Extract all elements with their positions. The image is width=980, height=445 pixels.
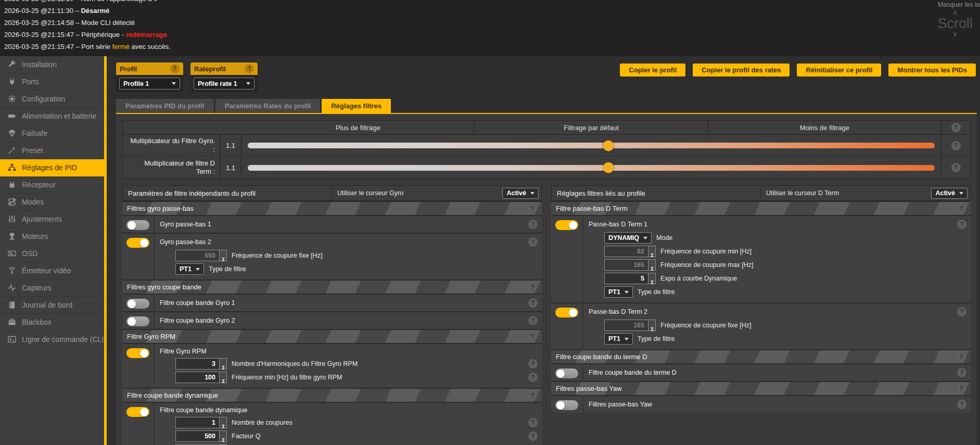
help-icon[interactable]: ?	[957, 368, 966, 377]
slider-thumb[interactable]	[603, 140, 614, 151]
help-icon[interactable]: ?	[528, 373, 538, 382]
copy-rateprofile-button[interactable]: Copier le profil des rates	[693, 63, 790, 77]
gyro-lowpass-1-toggle[interactable]	[126, 220, 149, 230]
number-spinner[interactable]	[219, 417, 227, 428]
sidebar-item-cli[interactable]: Ligne de commande (CLI)	[0, 331, 104, 348]
sidebar-item-sensors[interactable]: Capteurs	[0, 279, 104, 297]
sidebar-item-blackbox[interactable]: Blackbox	[0, 314, 104, 331]
help-icon[interactable]: ?	[957, 352, 966, 362]
sidebar-item-modes[interactable]: Modes	[0, 194, 104, 211]
help-icon[interactable]: ?	[957, 204, 966, 213]
number-spinner[interactable]	[219, 358, 227, 370]
hide-logs-button[interactable]: Masquer les lo	[938, 1, 980, 8]
sidebar-item-pid-tuning[interactable]: Réglages de PID	[0, 159, 104, 176]
sidebar-item-adjustments[interactable]: Ajustements	[0, 211, 104, 228]
slider-link-label: Utiliser le curseur Gyro	[332, 189, 502, 197]
dterm-lowpass-1-toggle[interactable]	[555, 220, 578, 230]
profile-select[interactable]: Profile 1	[119, 78, 180, 90]
dynamic-notch-q-input[interactable]	[175, 430, 219, 442]
number-spinner[interactable]	[219, 250, 227, 261]
sidebar-item-logging[interactable]: Journal de bord	[0, 297, 104, 314]
help-icon[interactable]: ?	[528, 431, 538, 441]
tab-rate-settings[interactable]: Paramètres Rates du profil	[215, 99, 320, 113]
sidebar-item-preset[interactable]: Preset	[0, 142, 104, 159]
tab-filter-settings[interactable]: Réglages filtres	[322, 99, 391, 113]
dterm-lowpass1-type[interactable]: PT1	[604, 286, 633, 298]
help-icon[interactable]: ?	[528, 391, 537, 400]
dterm-lowpass2-type[interactable]: PT1	[604, 333, 633, 345]
number-spinner[interactable]	[648, 246, 656, 257]
help-icon[interactable]: ?	[528, 359, 538, 368]
dynamic-notch-toggle[interactable]	[126, 407, 149, 417]
sidebar-item-label: OSD	[22, 249, 37, 258]
chevron-up-icon[interactable]: ∧	[952, 10, 958, 16]
gyro-notch-1-toggle[interactable]	[126, 299, 149, 309]
sidebar-item-configuration[interactable]: Configuration	[0, 91, 104, 108]
filter-row-yaw-lowpass: Filtres passe-bas Yaw?	[551, 395, 971, 413]
tab-pid-settings[interactable]: Paramètres PID du profil	[116, 99, 214, 113]
number-spinner[interactable]	[219, 430, 227, 442]
help-icon[interactable]: ?	[957, 220, 966, 229]
help-icon[interactable]: ?	[245, 64, 254, 73]
rateprofile-select[interactable]: Profile rate 1	[194, 78, 254, 90]
log-scroll-widget[interactable]: ∧ Scroll ∨	[937, 10, 973, 37]
number-spinner[interactable]	[219, 372, 227, 383]
dterm-lowpass2-cutoff-input	[604, 320, 648, 331]
help-icon[interactable]: ?	[957, 384, 966, 393]
sidebar-item-label: Ajustements	[22, 215, 62, 223]
slider-thumb[interactable]	[603, 162, 614, 173]
copy-profile-button[interactable]: Copier le profil	[620, 63, 685, 77]
log-entry: 2026-03-25 @21:11:10 – Nom de l'appareil…	[4, 0, 980, 5]
gyro-lowpass-2-toggle[interactable]	[126, 238, 149, 248]
sidebar-item-setup[interactable]: Installation	[0, 56, 104, 73]
dterm-lowpass1-mode[interactable]: DYNAMIQ	[604, 232, 652, 244]
gyro-notch-2-toggle[interactable]	[126, 316, 149, 326]
show-all-pids-button[interactable]: Montrer tous les PIDs	[888, 63, 976, 77]
help-icon[interactable]: ?	[528, 316, 538, 325]
dterm-lowpass-2-toggle[interactable]	[555, 308, 578, 317]
slider-enabled-select[interactable]: Activé	[931, 188, 968, 199]
help-icon[interactable]: ?	[528, 298, 538, 308]
rpm-harmonics-input[interactable]	[175, 358, 219, 370]
sidebar-item-power-battery[interactable]: Alimentation et batterie	[0, 108, 104, 125]
dterm-lowpass1-expo-input[interactable]	[604, 273, 648, 284]
help-icon[interactable]: ?	[951, 163, 961, 172]
help-icon[interactable]: ?	[528, 220, 538, 229]
filter-row-dterm-lowpass-1: Passe-bas D Term 1?DYNAMIQModeFréquence …	[551, 215, 971, 302]
rpm-filter-toggle[interactable]	[126, 348, 149, 358]
sidebar-item-video-transmitter[interactable]: Émetteur vidéo	[0, 262, 104, 279]
sidebar-item-osd[interactable]: OSD	[0, 245, 104, 262]
control-label: Fréquence de coupure min [Hz]	[660, 248, 752, 255]
help-icon[interactable]: ?	[528, 283, 537, 292]
help-icon[interactable]: ?	[951, 141, 961, 150]
help-icon[interactable]: ?	[528, 237, 538, 247]
help-icon[interactable]: ?	[951, 123, 961, 132]
rpm-min-frequency-input[interactable]	[175, 372, 219, 383]
sidebar-item-motors[interactable]: Moteurs	[0, 228, 104, 245]
sidebar-item-ports[interactable]: Ports	[0, 73, 104, 91]
reset-profile-button[interactable]: Réinitialiser ce profil	[797, 63, 881, 77]
help-icon[interactable]: ?	[528, 418, 538, 427]
help-icon[interactable]: ?	[528, 204, 537, 213]
help-icon[interactable]: ?	[170, 64, 180, 73]
dterm-filter-multiplier-slider[interactable]	[248, 165, 935, 171]
number-spinner[interactable]	[648, 259, 656, 271]
dterm-notch-toggle[interactable]	[555, 368, 578, 378]
help-icon[interactable]: ?	[957, 400, 966, 409]
rateprofile-select-value: Profile rate 1	[198, 80, 242, 87]
section-header-label: Filtre coupe bande dynamique	[127, 391, 218, 399]
number-spinner[interactable]	[648, 320, 656, 331]
chevron-down-icon[interactable]: ∨	[952, 31, 958, 37]
help-icon[interactable]: ?	[957, 307, 966, 316]
gyro-filter-multiplier-slider[interactable]	[248, 143, 935, 148]
slider-enabled-select[interactable]: Activé	[502, 188, 539, 199]
dynamic-notch-count-input[interactable]	[175, 417, 219, 428]
help-icon[interactable]: ?	[528, 332, 537, 341]
panel-header: Réglages filtres liés au profileUtiliser…	[551, 185, 971, 201]
sidebar-item-receiver[interactable]: Récepteur	[0, 176, 104, 194]
gyro-lowpass2-type[interactable]: PT1	[175, 263, 204, 275]
sidebar-item-label: Failsafe	[22, 129, 47, 137]
sidebar-item-failsafe[interactable]: Failsafe	[0, 125, 104, 142]
yaw-lowpass-toggle[interactable]	[555, 400, 578, 410]
number-spinner[interactable]	[648, 273, 656, 284]
